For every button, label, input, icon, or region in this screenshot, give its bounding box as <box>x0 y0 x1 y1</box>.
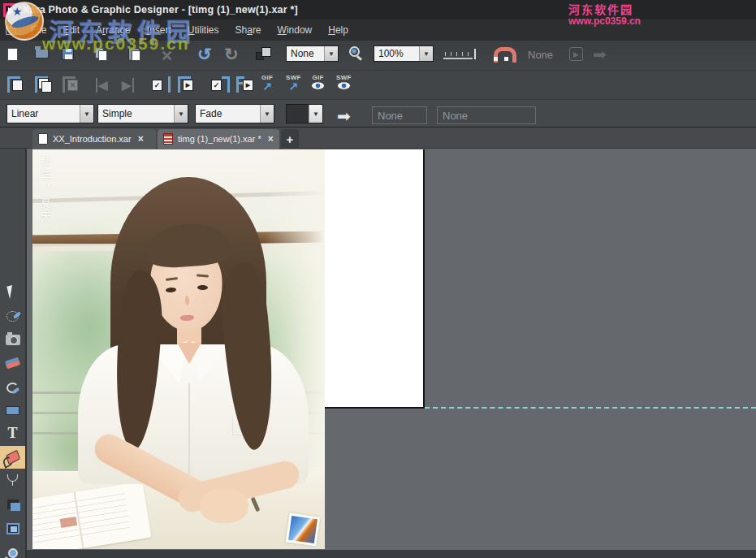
canvas-area[interactable]: 那年，夏天。 T <box>0 149 756 558</box>
eraser-icon <box>5 357 20 370</box>
magnifier-icon <box>8 548 18 558</box>
preview-all-frames-button[interactable]: ▶ <box>235 76 257 93</box>
text-tool-icon: T <box>7 425 17 442</box>
erase-tool[interactable] <box>0 352 25 374</box>
transition-type-dropdown[interactable]: Linear ▼ <box>6 104 94 123</box>
frame-properties-button[interactable]: ✓ <box>150 76 171 93</box>
tab-xx-introduction[interactable]: XX_Introduction.xar × <box>32 129 156 149</box>
next-frame-button[interactable]: ▶ <box>122 78 134 93</box>
new-tab-button[interactable]: + <box>281 129 299 149</box>
animation-film-icon <box>163 133 173 145</box>
lasso-brush-icon <box>6 311 19 322</box>
new-document-button[interactable] <box>7 48 18 61</box>
zoom-tool-button[interactable] <box>349 46 360 57</box>
zoom-level-value: 100% <box>374 46 419 61</box>
shirt-placket <box>188 383 190 482</box>
transform-button[interactable] <box>256 47 271 63</box>
selector-tool[interactable] <box>0 280 25 303</box>
redo-button[interactable]: ↻ <box>224 45 239 64</box>
chevron-down-icon[interactable]: ▼ <box>324 46 338 61</box>
previous-frame-button[interactable]: ◀ <box>96 78 108 93</box>
play-animation-button[interactable]: ▶ <box>569 47 583 61</box>
menu-arrange[interactable]: Arrange <box>88 21 139 39</box>
delete-button[interactable]: ✕ <box>161 47 173 65</box>
menu-file[interactable]: File <box>23 21 54 39</box>
animation-properties-button[interactable]: ✓ <box>210 76 231 93</box>
standard-toolbar: ✕ ↺ ↻ None ▼ 100% ▼ None ▶ ➡ <box>0 41 756 70</box>
title-bar: Xara Photo & Graphic Designer - [timg (1… <box>0 0 756 19</box>
chevron-down-icon[interactable]: ▼ <box>309 105 322 123</box>
selected-object-value: None <box>287 46 324 61</box>
feather-slider-icon[interactable] <box>443 49 477 62</box>
new-frame-button[interactable] <box>6 76 28 93</box>
application-window: Xara Photo & Graphic Designer - [timg (1… <box>0 0 756 558</box>
document-window-icon[interactable] <box>6 26 16 35</box>
transition-style-value: Simple <box>98 105 174 123</box>
fill-tool[interactable] <box>0 446 25 469</box>
chevron-down-icon[interactable]: ▼ <box>260 105 274 123</box>
transition-toolbar: Linear ▼ Simple ▼ Fade ▼ ▼ ➡ None None <box>0 99 756 128</box>
transparency-tool[interactable] <box>0 469 25 492</box>
eye-icon <box>311 81 325 90</box>
export-arrow-icon[interactable]: ➡ <box>593 45 607 64</box>
copy-frame-button[interactable] <box>34 76 55 93</box>
menu-window[interactable]: Window <box>270 21 321 39</box>
tab-close-icon[interactable]: × <box>138 133 144 145</box>
freehand-select-tool[interactable] <box>0 305 25 327</box>
tab-timg-new[interactable]: timg (1)_new(1).xar * × <box>158 129 279 149</box>
selected-object-dropdown[interactable]: None ▼ <box>286 45 339 62</box>
tab-close-icon[interactable]: × <box>268 133 274 145</box>
paste-button[interactable] <box>128 48 142 62</box>
transition-effect-dropdown[interactable]: Fade ▼ <box>195 104 274 123</box>
snap-magnet-icon[interactable] <box>494 47 508 60</box>
preview-swf-button[interactable]: SWF <box>336 75 352 90</box>
zoom-level-dropdown[interactable]: 100% ▼ <box>374 45 434 62</box>
zoom-tool[interactable] <box>0 542 25 558</box>
export-gif-button[interactable]: GIF↗ <box>261 75 273 92</box>
tab-label: XX_Introduction.xar <box>53 134 132 144</box>
app-logo-icon <box>3 3 17 17</box>
transition-type-value: Linear <box>7 105 80 123</box>
menu-utilities[interactable]: Utilities <box>179 21 227 39</box>
chevron-down-icon[interactable]: ▼ <box>174 105 188 123</box>
menu-bar: File Edit Arrange Insert Utilities Share… <box>0 19 756 41</box>
photo-watermark-logo <box>286 513 321 547</box>
copy-button[interactable] <box>95 48 109 62</box>
save-button[interactable] <box>62 48 74 60</box>
transition-duration-dropdown[interactable]: ▼ <box>286 104 323 123</box>
transition-effect-value: Fade <box>196 105 260 123</box>
shadow-tool[interactable] <box>0 493 25 516</box>
frame-target-field[interactable]: None <box>437 106 536 124</box>
tab-label: timg (1)_new(1).xar * <box>178 134 261 144</box>
delete-frame-button[interactable]: ✕ <box>62 76 83 93</box>
shadow-icon <box>7 500 19 509</box>
contour-icon <box>6 523 19 534</box>
selection-guide-dashed <box>425 407 756 409</box>
menu-edit[interactable]: Edit <box>54 21 88 39</box>
tool-palette: T <box>0 149 27 558</box>
rectangle-tool[interactable] <box>0 399 25 422</box>
shape-editor-tool[interactable] <box>0 375 25 398</box>
girl-eye <box>197 285 208 291</box>
pen-curve-icon <box>6 381 19 392</box>
chevron-down-icon[interactable]: ▼ <box>419 46 433 61</box>
menu-insert[interactable]: Insert <box>139 21 179 39</box>
preview-gif-button[interactable]: GIF <box>311 75 325 90</box>
frame-name-field[interactable]: None <box>372 106 427 124</box>
open-document-button[interactable] <box>35 49 49 58</box>
export-swf-button[interactable]: SWF↗ <box>286 75 301 92</box>
photo-tool[interactable] <box>0 328 25 351</box>
paint-bucket-icon <box>5 450 19 465</box>
wine-glass-icon <box>7 474 18 487</box>
apply-transition-arrow-icon[interactable]: ➡ <box>337 106 351 126</box>
contour-tool[interactable] <box>0 517 25 540</box>
text-tool[interactable]: T <box>0 422 25 444</box>
menu-help[interactable]: Help <box>320 21 356 39</box>
transition-style-dropdown[interactable]: Simple ▼ <box>97 104 188 123</box>
frame-preview-button[interactable]: ▶ <box>177 76 198 93</box>
camera-icon <box>6 335 20 345</box>
menu-share[interactable]: Share <box>227 21 270 39</box>
undo-button[interactable]: ↺ <box>197 45 212 64</box>
photo-image[interactable]: 那年，夏天。 <box>32 149 325 549</box>
chevron-down-icon[interactable]: ▼ <box>80 105 93 123</box>
